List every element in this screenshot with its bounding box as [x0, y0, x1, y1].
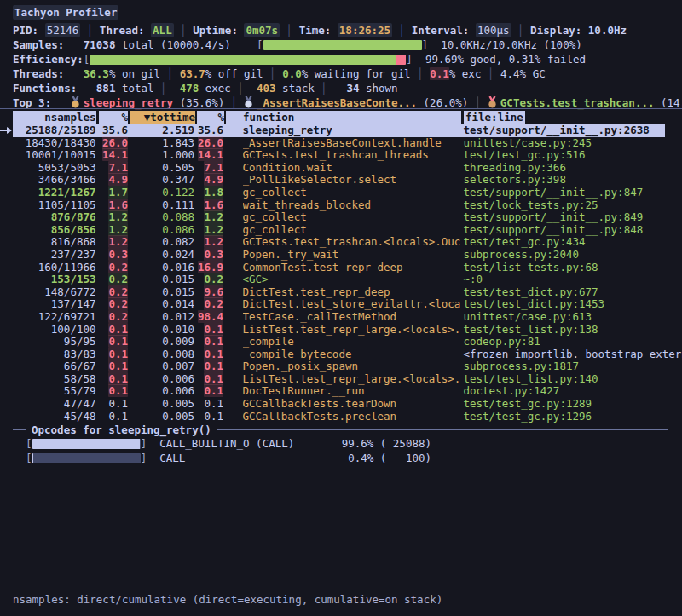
footer-legend: nsamples: direct/cumulative (direct=exec… [13, 592, 442, 607]
file-line-cell: selectors.py:398 [464, 174, 566, 187]
table-row[interactable]: 100/1000.10.0100.1ListTest.test_repr_lar… [0, 324, 682, 337]
table-row[interactable]: 66/670.10.0070.1Popen._posix_spawnsubpro… [0, 360, 682, 373]
table-row[interactable]: 856/8561.20.0861.2gc_collecttest/support… [0, 224, 682, 237]
pct-direct-cell: 0.1 [96, 373, 129, 386]
pct-cumulative-cell: 0.3 [194, 249, 223, 262]
interval-value: 100µs [476, 23, 512, 37]
table-row[interactable]: 45/480.10.0050.1GCCallbackTests.preclean… [0, 411, 682, 423]
pct-direct-cell: 1.2 [96, 236, 129, 249]
function-cell: Condition.wait [243, 162, 460, 175]
nsamples-cell: 55/79 [13, 385, 96, 398]
tottime-cell: 0.122 [128, 187, 194, 199]
table-row[interactable]: 95/950.10.0090.1_compilecodeop.py:81 [0, 336, 682, 348]
nsamples-cell: 3466/3466 [13, 174, 96, 187]
column-header-tottime-sorted[interactable]: ▼tottime [130, 111, 195, 124]
functions-label: Functions: [13, 82, 77, 95]
top3-item-2[interactable]: _AssertRaisesBaseConte... [257, 96, 417, 109]
functions-total: 881 [96, 82, 116, 95]
table-row[interactable]: 160/119660.20.01616.9CommonTest.test_rep… [0, 262, 682, 274]
table-row[interactable]: 10001/1001514.11.00014.1GCTests.test_tra… [0, 149, 682, 162]
table-row[interactable]: 816/8681.20.0821.2GCTests.test_trashcan.… [0, 236, 682, 249]
pct-direct-cell: 0.1 [96, 336, 129, 348]
top3-item-1[interactable]: sleeping_retry [84, 96, 173, 109]
column-header-pct-direct[interactable]: % [99, 111, 128, 124]
opcode-name: CALL [159, 452, 185, 464]
opcode-stat: 99.6% ( 25088) [256, 437, 431, 450]
nsamples-cell: 160/11966 [13, 262, 96, 274]
pct-cumulative-cell: 1.6 [194, 199, 223, 212]
file-line-cell: test/support/__init__.py:847 [464, 187, 644, 199]
table-row[interactable]: 5053/50537.10.5057.1Condition.waitthread… [0, 162, 682, 175]
thread-value[interactable]: ALL [151, 23, 174, 37]
table-row[interactable]: 25188/2518935.62.51935.6sleeping_retryte… [13, 124, 665, 137]
pct-cumulative-cell: 0.1 [194, 411, 223, 423]
tottime-cell: 0.347 [128, 174, 194, 187]
function-cell: <GC> [243, 273, 460, 286]
pct-cumulative-cell: 0.1 [194, 360, 223, 373]
table-row[interactable]: 18430/1843026.01.84326.0_AssertRaisesBas… [0, 137, 682, 150]
table-row[interactable]: 876/8761.20.0881.2gc_collecttest/support… [0, 211, 682, 224]
opcode-row: [] CALL_BUILTIN_O (CALL)99.6% ( 25088) [0, 437, 682, 450]
selection-arrow-icon [0, 130, 11, 131]
samples-count: 71038 [84, 38, 116, 51]
tottime-cell: 0.088 [128, 211, 194, 224]
tottime-cell: 0.015 [128, 286, 194, 299]
pct-direct-cell: 1.6 [96, 199, 129, 212]
file-line-cell: test/lock_tests.py:25 [464, 199, 598, 212]
function-table: 25188/2518935.62.51935.6sleeping_retryte… [0, 124, 682, 423]
tottime-cell: 0.016 [128, 262, 194, 274]
pct-cumulative-cell: 0.1 [194, 336, 223, 348]
tottime-cell: 0.082 [128, 236, 194, 249]
gold-medal-icon [71, 96, 80, 108]
function-cell: DocTestRunner.__run [243, 385, 460, 398]
table-row[interactable]: 137/1470.20.0140.2DictTest.test_store_ev… [0, 298, 682, 311]
table-row[interactable]: 153/1530.20.0150.2<GC>~:0 [0, 273, 682, 286]
efficiency-summary: 99.69% good, 0.31% failed [425, 53, 586, 66]
table-row[interactable]: 122/697210.20.01298.4TestCase._callTestM… [0, 311, 682, 324]
table-row[interactable]: 1221/12671.70.1221.8gc_collecttest/suppo… [0, 187, 682, 199]
tottime-cell: 1.843 [128, 137, 194, 150]
pct-direct-cell: 0.2 [96, 298, 129, 311]
function-cell: TestCase._callTestMethod [243, 311, 460, 324]
function-cell: Popen._try_wait [243, 249, 460, 262]
table-row[interactable]: 237/2370.30.0240.3Popen._try_waitsubproc… [0, 249, 682, 262]
samples-bar [263, 40, 422, 50]
file-line-cell: test/test_gc.py:1289 [464, 398, 592, 411]
column-header-function[interactable]: function [226, 111, 461, 124]
tottime-cell: 0.010 [128, 324, 194, 337]
table-row[interactable]: 58/580.10.0060.1ListTest.test_repr_large… [0, 373, 682, 386]
pct-cumulative-cell: 14.1 [194, 149, 223, 162]
nsamples-cell: 237/237 [13, 249, 96, 262]
tottime-cell: 0.009 [128, 336, 194, 348]
file-line-cell: test/test_gc.py:434 [464, 236, 586, 249]
top3-label: Top 3: [13, 96, 51, 109]
pct-direct-cell: 14.1 [96, 149, 129, 162]
pct-direct-cell: 0.1 [96, 360, 129, 373]
table-row[interactable]: 1105/11051.60.1111.6wait_threads_blocked… [0, 199, 682, 212]
table-row[interactable]: 47/470.10.0050.1GCCallbackTests.tearDown… [0, 398, 682, 411]
nsamples-cell: 100/100 [13, 324, 96, 337]
samples-label: Samples: [13, 38, 64, 51]
function-cell: GCCallbackTests.preclean [243, 411, 460, 423]
column-header-file-line[interactable]: file:line [464, 111, 525, 124]
table-row[interactable]: 3466/34664.90.3474.9_PollLikeSelector.se… [0, 174, 682, 187]
function-cell: _AssertRaisesBaseContext.handle [243, 137, 460, 150]
opcode-row: [] CALL0.4% ( 100) [0, 452, 682, 464]
function-cell: GCTests.test_trashcan.<locals>.Ouch... [243, 236, 460, 249]
silver-medal-icon [244, 96, 253, 108]
top3-item-3[interactable]: GCTests.test_trashcan... [500, 96, 655, 109]
table-row[interactable]: 83/830.10.0080.1_compile_bytecode<frozen… [0, 348, 682, 361]
column-header-pct-cumulative[interactable]: % [197, 111, 224, 124]
uptime-value: 0m07s [244, 23, 280, 37]
file-line-cell: test/test_dict.py:1453 [464, 298, 605, 311]
tottime-cell: 0.111 [128, 199, 194, 212]
samples-rate: 10.0KHz/10.0KHz (100%) [441, 38, 582, 51]
column-header-nsamples[interactable]: nsamples [13, 111, 96, 124]
nsamples-cell: 45/48 [13, 411, 96, 423]
function-cell: GCCallbackTests.tearDown [243, 398, 460, 411]
file-line-cell: test/test_list.py:140 [464, 373, 598, 386]
pid-label: PID: [13, 24, 45, 37]
table-row[interactable]: 55/790.10.0060.1DocTestRunner.__rundocte… [0, 385, 682, 398]
samples-count-suffix: total (10000.4/s) [115, 38, 230, 51]
table-row[interactable]: 148/67720.20.0159.6DictTest.test_repr_de… [0, 286, 682, 299]
